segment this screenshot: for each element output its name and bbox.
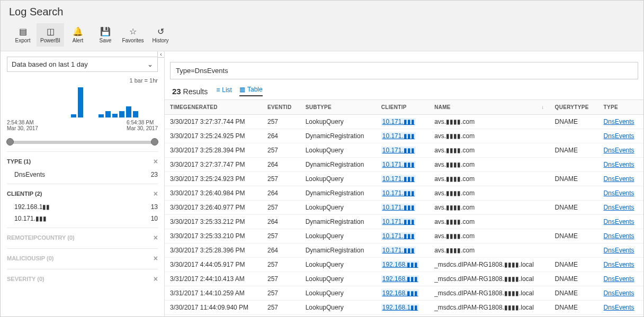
results-table-wrap[interactable]: TIMEGENERATED EVENTID SUBTYPE CLIENTIP N…	[165, 100, 643, 317]
table-row[interactable]: 3/30/2017 3:27:37.744 PM257LookupQuery10…	[165, 115, 643, 129]
slider-thumb-left[interactable]	[6, 138, 14, 146]
facet-value-ip1[interactable]: 192.168.1▮▮13	[7, 201, 158, 213]
type-link[interactable]: DnsEvents	[604, 289, 634, 297]
cell-subtype: DynamicRegistration	[300, 129, 376, 143]
facet-value-ip2[interactable]: 10.171.▮▮▮10	[7, 213, 158, 224]
time-range-select[interactable]: Data based on last 1 day ⌄	[7, 57, 158, 72]
alert-button[interactable]: 🔔Alert	[64, 23, 92, 47]
table-row[interactable]: 3/30/2017 11:44:09.940 PM257LookupQuery1…	[165, 301, 643, 315]
clientip-link[interactable]: 10.171.▮▮▮	[381, 204, 416, 211]
clientip-link[interactable]: 192.168.▮▮▮	[381, 275, 419, 283]
col-timegenerated[interactable]: TIMEGENERATED	[165, 100, 262, 115]
query-input[interactable]: Type=DnsEvents	[170, 62, 638, 79]
type-link[interactable]: DnsEvents	[604, 232, 634, 240]
close-icon[interactable]: ×	[154, 157, 158, 166]
cell-type: DnsEvents	[598, 172, 643, 186]
collapse-left-pane[interactable]: ‹	[157, 51, 165, 58]
save-button[interactable]: 💾Save	[92, 23, 119, 47]
type-link[interactable]: DnsEvents	[604, 261, 634, 268]
cell-name: avs.▮▮▮▮.com	[429, 158, 549, 172]
table-row[interactable]: 3/30/2017 8:44:09.344 PM257LookupQuery19…	[165, 315, 643, 318]
cell-name: _msdcs.dIPAM-RG1808.▮▮▮▮.local	[429, 301, 549, 315]
time-histogram[interactable]	[7, 86, 158, 117]
table-row[interactable]: 3/30/2017 3:27:37.747 PM264DynamicRegist…	[165, 158, 643, 172]
close-icon[interactable]: ×	[154, 233, 158, 242]
clientip-link[interactable]: 192.168.1▮▮	[381, 304, 419, 311]
cell-subtype: LookupQuery	[300, 272, 376, 286]
type-link[interactable]: DnsEvents	[604, 147, 634, 154]
cell-clientip: 10.171.▮▮▮	[376, 201, 429, 215]
cell-clientip: 192.168.▮▮▮	[376, 258, 429, 272]
table-row[interactable]: 3/30/2017 4:44:05.917 PM257LookupQuery19…	[165, 258, 643, 272]
type-link[interactable]: DnsEvents	[604, 275, 634, 283]
cell-name: _msdcs.dIPAM-RG1808.▮▮▮▮.local	[429, 286, 549, 301]
close-icon[interactable]: ×	[154, 189, 158, 198]
cell-subtype: DynamicRegistration	[300, 186, 376, 201]
history-button[interactable]: ↺History	[147, 23, 174, 47]
col-type[interactable]: TYPE	[598, 100, 643, 115]
clientip-link[interactable]: 10.171.▮▮▮	[381, 218, 416, 225]
list-view-button[interactable]: ≡List	[216, 86, 232, 96]
table-row[interactable]: 3/31/2017 2:44:10.413 AM257LookupQuery19…	[165, 272, 643, 286]
table-row[interactable]: 3/30/2017 3:25:24.925 PM264DynamicRegist…	[165, 129, 643, 143]
clientip-link[interactable]: 10.171.▮▮▮	[381, 175, 416, 183]
col-name[interactable]: NAME↓	[429, 100, 549, 115]
cell-type: DnsEvents	[598, 143, 643, 158]
facet-value-dnsevents[interactable]: DnsEvents23	[7, 169, 158, 180]
cell-subtype: LookupQuery	[300, 143, 376, 158]
sort-desc-icon: ↓	[541, 104, 544, 110]
cell-time: 3/31/2017 2:44:10.413 AM	[165, 272, 262, 286]
slider-thumb-right[interactable]	[151, 138, 158, 146]
col-subtype[interactable]: SUBTYPE	[300, 100, 376, 115]
type-link[interactable]: DnsEvents	[604, 189, 634, 197]
type-link[interactable]: DnsEvents	[604, 218, 634, 225]
table-row[interactable]: 3/30/2017 3:25:28.394 PM257LookupQuery10…	[165, 143, 643, 158]
clientip-link[interactable]: 10.171.▮▮▮	[381, 247, 416, 254]
clientip-link[interactable]: 10.171.▮▮▮	[381, 161, 416, 168]
clientip-link[interactable]: 192.168.▮▮▮	[381, 261, 419, 268]
cell-clientip: 192.168.▮▮▮	[376, 315, 429, 318]
cell-time: 3/31/2017 1:44:10.259 AM	[165, 286, 262, 301]
table-row[interactable]: 3/30/2017 3:25:33.210 PM257LookupQuery10…	[165, 229, 643, 243]
clientip-link[interactable]: 10.171.▮▮▮	[381, 118, 416, 125]
clientip-link[interactable]: 10.171.▮▮▮	[381, 147, 416, 154]
table-row[interactable]: 3/30/2017 3:25:28.396 PM264DynamicRegist…	[165, 243, 643, 258]
cell-eventid: 264	[262, 186, 300, 201]
favorites-button[interactable]: ☆Favorites	[119, 23, 147, 47]
cell-eventid: 264	[262, 158, 300, 172]
type-link[interactable]: DnsEvents	[604, 132, 634, 140]
clientip-link[interactable]: 10.171.▮▮▮	[381, 189, 416, 197]
table-row[interactable]: 3/30/2017 3:25:24.923 PM257LookupQuery10…	[165, 172, 643, 186]
type-link[interactable]: DnsEvents	[604, 175, 634, 183]
cell-eventid: 264	[262, 243, 300, 258]
table-row[interactable]: 3/31/2017 1:44:10.259 AM257LookupQuery19…	[165, 286, 643, 301]
table-row[interactable]: 3/30/2017 3:25:33.212 PM264DynamicRegist…	[165, 215, 643, 229]
close-icon[interactable]: ×	[154, 254, 158, 262]
type-link[interactable]: DnsEvents	[604, 247, 634, 254]
type-link[interactable]: DnsEvents	[604, 118, 634, 125]
table-row[interactable]: 3/30/2017 3:26:40.984 PM264DynamicRegist…	[165, 186, 643, 201]
export-button[interactable]: ▤Export	[9, 23, 37, 47]
cell-subtype: DynamicRegistration	[300, 158, 376, 172]
col-clientip[interactable]: CLIENTIP	[376, 100, 429, 115]
bar-legend: 1 bar = 1hr	[7, 77, 158, 84]
cell-eventid: 257	[262, 272, 300, 286]
clientip-link[interactable]: 192.168.▮▮▮	[381, 289, 419, 297]
cell-querytype: DNAME	[550, 143, 598, 158]
time-range-label: Data based on last 1 day	[12, 60, 88, 68]
cell-type: DnsEvents	[598, 201, 643, 215]
close-icon[interactable]: ×	[154, 275, 158, 283]
type-link[interactable]: DnsEvents	[604, 204, 634, 211]
col-querytype[interactable]: QUERYTYPE	[550, 100, 598, 115]
clientip-link[interactable]: 10.171.▮▮▮	[381, 132, 416, 140]
cell-name: avs.▮▮▮▮.com	[429, 129, 549, 143]
table-view-button[interactable]: ▦Table	[239, 86, 263, 96]
type-link[interactable]: DnsEvents	[604, 304, 634, 311]
clientip-link[interactable]: 10.171.▮▮▮	[381, 232, 416, 240]
powerbi-button[interactable]: ◫PowerBI	[37, 23, 64, 47]
type-link[interactable]: DnsEvents	[604, 161, 634, 168]
facet-clientip: CLIENTIP (2)× 192.168.1▮▮13 10.171.▮▮▮10	[7, 184, 158, 228]
table-row[interactable]: 3/30/2017 3:26:40.977 PM257LookupQuery10…	[165, 201, 643, 215]
time-range-slider[interactable]	[10, 141, 155, 144]
col-eventid[interactable]: EVENTID	[262, 100, 300, 115]
